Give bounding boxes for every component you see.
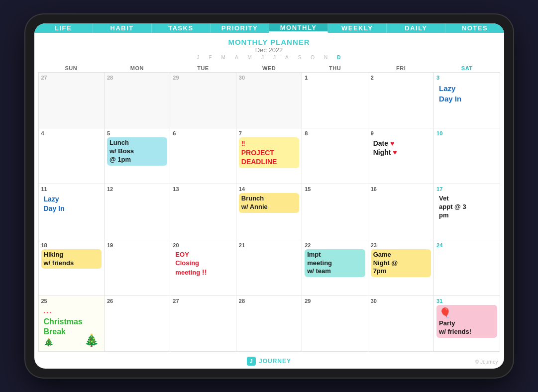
- cell-dec13: 13: [170, 184, 236, 240]
- event-meeting-team: Imptmeetingw/ team: [305, 249, 365, 278]
- cell-dec28: 28: [236, 296, 302, 352]
- day-27: 27: [41, 75, 102, 81]
- calendar-wrapper: SUN MON TUE WED THU FRI SAT 27 28 29: [34, 63, 504, 354]
- event-date-night: Date ♥Night ♥: [371, 137, 431, 158]
- event-eoy-closing: EOYClosingmeeting !!: [173, 249, 233, 279]
- day-8: 8: [305, 130, 365, 136]
- planner-date: Dec 2022: [34, 46, 504, 54]
- event-hiking: Hikingw/ friends: [41, 249, 102, 269]
- day-11: 11: [41, 186, 102, 192]
- cell-dec3: 3 LazyDay In: [434, 73, 500, 128]
- cell-dec5: 5 Lunchw/ Boss@ 1pm: [105, 128, 170, 184]
- event-lazy-day-dec3: LazyDay In: [436, 82, 497, 105]
- event-party-friends: 🎈 Partyw/ friends!: [436, 305, 497, 338]
- footer-app-name: JOURNEY: [259, 358, 291, 365]
- month-d: D: [337, 55, 341, 60]
- cell-dec18: 18 Hikingw/ friends: [39, 240, 105, 296]
- month-j1: J: [197, 55, 200, 60]
- day-10: 10: [436, 130, 497, 136]
- cell-dec8: 8: [302, 128, 368, 184]
- device-screen: LIFE HABIT TASKS PRIORITY MONTHLY WEEKLY…: [34, 23, 504, 369]
- event-vet-appt: Vetappt @ 3pm: [436, 193, 497, 221]
- day-5: 5: [107, 130, 167, 136]
- day-30b: 30: [371, 298, 431, 304]
- planner-title: MONTHLY PLANNER: [34, 38, 504, 46]
- nav-tabs: LIFE HABIT TASKS PRIORITY MONTHLY WEEKLY…: [34, 23, 504, 33]
- cell-dec30: 30: [368, 296, 434, 352]
- month-j2: J: [261, 55, 264, 60]
- cell-dec6: 6: [170, 128, 236, 184]
- day-tue: TUE: [170, 65, 236, 71]
- cell-dec29: 29: [302, 296, 368, 352]
- tab-notes[interactable]: NOTES: [445, 23, 504, 33]
- cell-dec1: 1: [302, 73, 368, 128]
- cell-dec22: 22 Imptmeetingw/ team: [302, 240, 368, 296]
- event-brunch-annie: Brunchw/ Annie: [239, 193, 299, 213]
- cell-dec12: 12: [105, 184, 170, 240]
- event-game-night: GameNight @7pm: [371, 249, 431, 278]
- month-j3: J: [273, 55, 276, 60]
- day-31: 31: [436, 298, 497, 304]
- day-28: 28: [107, 75, 167, 81]
- planner-header: MONTHLY PLANNER Dec 2022 J F M A M J J A…: [34, 33, 504, 63]
- tab-life[interactable]: LIFE: [34, 23, 93, 33]
- cell-dec17: 17 Vetappt @ 3pm: [434, 184, 500, 240]
- days-header: SUN MON TUE WED THU FRI SAT: [38, 63, 500, 72]
- cell-dec2: 2: [368, 73, 434, 128]
- month-s: S: [298, 55, 302, 60]
- day-mon: MON: [104, 65, 170, 71]
- cell-dec4: 4: [39, 128, 105, 184]
- tab-monthly[interactable]: MONTHLY: [269, 23, 328, 33]
- cell-dec10: 10: [434, 128, 500, 184]
- cell-dec26: 26: [105, 296, 170, 352]
- xmas-tree-1: 🎄: [44, 338, 54, 346]
- month-m1: M: [221, 55, 226, 60]
- day-thu: THU: [302, 65, 368, 71]
- month-a1: A: [235, 55, 239, 60]
- day-7: 7: [239, 130, 299, 136]
- day-24: 24: [436, 242, 497, 248]
- day-23: 23: [371, 242, 431, 248]
- day-14: 14: [239, 186, 299, 192]
- day-20: 20: [173, 242, 233, 248]
- day-18: 18: [41, 242, 102, 248]
- day-27b: 27: [173, 298, 233, 304]
- footer: J JOURNEY: [34, 354, 504, 369]
- day-12: 12: [107, 186, 167, 192]
- cell-dec9: 9 Date ♥Night ♥: [368, 128, 434, 184]
- cell-nov30: 30: [236, 73, 302, 128]
- day-9: 9: [371, 130, 431, 136]
- tab-priority[interactable]: PRIORITY: [211, 23, 269, 33]
- day-22: 22: [305, 242, 365, 248]
- cell-dec15: 15: [302, 184, 368, 240]
- cell-dec21: 21: [236, 240, 302, 296]
- event-lazy-day-dec11: LazyDay In: [41, 193, 102, 214]
- device-frame: LIFE HABIT TASKS PRIORITY MONTHLY WEEKLY…: [25, 14, 513, 378]
- cell-dec16: 16: [368, 184, 434, 240]
- day-16: 16: [371, 186, 431, 192]
- month-o: O: [311, 55, 315, 60]
- day-fri: FRI: [368, 65, 434, 71]
- tab-habit[interactable]: HABIT: [93, 23, 152, 33]
- cell-dec31: 31 🎈 Partyw/ friends!: [434, 296, 500, 352]
- day-25: 25: [41, 298, 102, 304]
- cell-nov29: 29: [170, 73, 236, 128]
- tab-daily[interactable]: DAILY: [387, 23, 445, 33]
- cell-dec7: 7 ‼️ PROJECTDEADLINE: [236, 128, 302, 184]
- day-13: 13: [173, 186, 233, 192]
- month-m2: M: [248, 55, 252, 60]
- cell-dec27: 27: [170, 296, 236, 352]
- footer-copyright: © Journey: [475, 359, 498, 365]
- day-15: 15: [305, 186, 365, 192]
- cell-dec23: 23 GameNight @7pm: [368, 240, 434, 296]
- day-28b: 28: [239, 298, 299, 304]
- tab-weekly[interactable]: WEEKLY: [328, 23, 387, 33]
- day-29: 29: [173, 75, 233, 81]
- day-19: 19: [107, 242, 167, 248]
- tab-tasks[interactable]: TASKS: [152, 23, 211, 33]
- day-17: 17: [436, 186, 497, 192]
- day-2: 2: [371, 75, 431, 81]
- cell-dec19: 19: [105, 240, 170, 296]
- month-a2: A: [285, 55, 289, 60]
- day-1: 1: [305, 75, 365, 81]
